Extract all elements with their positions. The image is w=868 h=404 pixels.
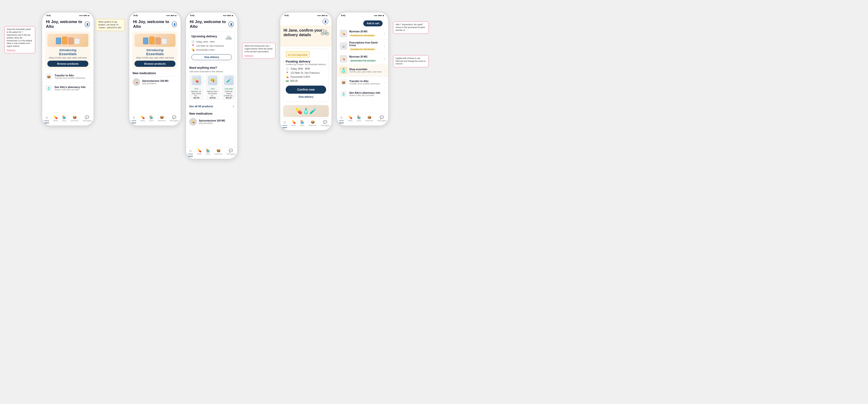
shop-chevron: › [384, 69, 385, 72]
nav-messaging-4[interactable]: 💬 Messaging [321, 120, 330, 128]
nav-home-label-5: Home [339, 120, 344, 122]
avatar-icon-2[interactable]: 👤 [172, 22, 177, 27]
add-to-cart-btn[interactable]: Add to cart [363, 21, 382, 26]
wifi-icon-5: WiFi [378, 14, 382, 16]
annotation-1-text: Show the Essentials upsell to the patien… [7, 28, 32, 47]
nav-store-4[interactable]: 🏪 Store [300, 120, 305, 128]
nav-deliveries-2[interactable]: 📦 Deliveries [158, 115, 166, 123]
annotation-3: When the homescreen has: • Urgent action… [242, 43, 275, 59]
nav-meds-1[interactable]: 💊 Meds [53, 115, 58, 123]
nav-store-label-4: Store [300, 124, 305, 127]
nav-messaging-3[interactable]: 💬 Messaging [227, 148, 235, 157]
nav-deliveries-3[interactable]: 📦 Deliveries [215, 148, 222, 157]
pin-icon-4: 📍 [286, 72, 288, 74]
battery-icon: ■ [88, 14, 89, 16]
avatar-icon-1[interactable]: 👤 [85, 22, 90, 27]
nav-home-3[interactable]: ⌂ Home [188, 148, 193, 157]
pending-title: Pending delivery [286, 60, 326, 63]
avatar-icon-3[interactable]: 👤 [228, 22, 234, 27]
nav-deliveries-1[interactable]: 📦 Deliveries [71, 115, 79, 123]
tylenol-badge: 24 ct [210, 88, 215, 90]
shop-essentials-item[interactable]: 🧴 Shop essentials COVID care, pain relie… [337, 65, 388, 76]
signal-icon-3: ●●● [223, 14, 227, 16]
annotation-3-ref[interactable]: Reference [245, 54, 273, 57]
med-card-3: 💊 Spironolactone 100 MG long description [186, 116, 237, 127]
med-item-david[interactable]: 🔬 Prescriptions from David Cross PHARMAC… [337, 39, 388, 53]
med-sub-2: long description [142, 82, 177, 85]
product-ongo[interactable]: 🧪 1 per order On/Go At-Home COVID-19... … [222, 74, 236, 100]
store-nav-icon-3: 🏪 [206, 148, 210, 153]
annotation-2-text: When upsell is in top position, use stri… [98, 21, 122, 29]
nav-home-1[interactable]: ⌂ Home [44, 115, 49, 123]
status-icons-3: ●●● WiFi ■ [223, 14, 233, 16]
med-item-myorisan-1[interactable]: 💊 Myorisan 20 MG PHARMACIST REVIEWING ∨ [337, 28, 388, 39]
action-badge: ACTION REQUIRED [286, 51, 310, 58]
annotation-1-ref[interactable]: Reference [7, 49, 33, 52]
pending-sub: Confirm by 5:00pm, for scheduled deliver… [286, 63, 326, 66]
view-delivery-btn-3[interactable]: View delivery [191, 54, 232, 60]
med-item-myorisan-2[interactable]: 💊 Myorisan 20 MG SEARCHING FOR SAVINGS ∨ [337, 53, 388, 65]
browse-products-btn-1[interactable]: Browse products [48, 61, 88, 67]
pill-icon-4: 💊 [286, 76, 288, 78]
products-row-3: 💊 20 ct Mucinex, 12-Hour Chest Co... $21… [186, 74, 237, 102]
pharmacy-icon-5: 🧴 [340, 91, 347, 97]
nav-meds-5[interactable]: 💊 Meds [348, 115, 352, 123]
browse-products-btn-2[interactable]: Browse products [134, 61, 176, 67]
med-status-myorisan-2: SEARCHING FOR SAVINGS [349, 60, 377, 62]
pill-orange [62, 37, 67, 44]
status-icons-4: ●●● WiFi ■ [317, 14, 327, 16]
transfer-item-5[interactable]: 📦 Transfer to Alto Transfer from another… [337, 76, 388, 88]
chevron-pharmacy-5: › [384, 92, 385, 96]
canvas: Show the Essentials upsell to the patien… [0, 0, 868, 166]
nav-store-label-5: Store [357, 120, 361, 122]
wifi-icon-4: WiFi [321, 14, 326, 16]
nav-home-5[interactable]: ⌂ Home [339, 115, 344, 123]
product-tylenol[interactable]: 🤧 24 ct Tylenol Cold + Flu Severe D... $… [206, 74, 220, 100]
clock-icon-3: 🕐 [191, 40, 195, 43]
nav-messaging-2[interactable]: 💬 Messaging [170, 115, 179, 123]
product-pills-2 [143, 37, 167, 44]
nav-deliveries-5[interactable]: 📦 Deliveries [366, 115, 373, 123]
annotation-2: When upsell is in top position, use stri… [96, 19, 125, 31]
confirm-time: 🕐 Today, 6PM - 9PM [286, 68, 326, 70]
deliveries-nav-icon-3: 📦 [216, 148, 220, 153]
avatar-icon-4[interactable]: 👤 [322, 19, 328, 24]
pharmacy-item-5[interactable]: 🧴 See Alto's pharmacy info Share it with… [337, 88, 388, 100]
nav-meds-4[interactable]: 💊 Meds [291, 120, 296, 128]
view-delivery-link-4[interactable]: View delivery [286, 95, 326, 99]
nav-store-1[interactable]: 🏪 Store [62, 115, 66, 123]
nav-messaging-label-4: Messaging [321, 124, 330, 127]
messaging-nav-icon-1: 💬 [85, 115, 89, 119]
see-all-row-3[interactable]: See all 50 products › [186, 102, 237, 110]
nav-store-3[interactable]: 🏪 Store [206, 148, 210, 157]
messaging-nav-icon-2: 💬 [172, 115, 176, 119]
nav-store-2[interactable]: 🏪 Store [149, 115, 154, 123]
nav-messaging-label-1: Messaging [83, 120, 91, 122]
nav-messaging-5[interactable]: 💬 Messaging [378, 115, 386, 123]
battery-icon-4: ■ [326, 14, 327, 16]
nav-messaging-label-5: Messaging [378, 120, 386, 122]
pharmacy-info-item-1[interactable]: 🧴 See Alto's pharmacy info Share it with… [42, 82, 94, 94]
mucinex-name: Mucinex, 12-Hour Chest Co... [191, 90, 202, 97]
nav-meds-3[interactable]: 💊 Meds [197, 148, 202, 157]
pill-white [74, 38, 80, 44]
chevron-transfer-5: › [384, 80, 385, 84]
nav-home-2[interactable]: ⌂ Home [131, 115, 136, 123]
ongo-name: On/Go At-Home COVID-19... [223, 90, 235, 97]
transfer-item-1[interactable]: 📦 Transfer to Alto Transfer from another… [42, 71, 94, 82]
nav-messaging-1[interactable]: 💬 Messaging [83, 115, 91, 123]
med-img-2: 💊 [133, 78, 140, 86]
clock-icon-4: 🕐 [286, 68, 288, 70]
transfer-text-1: Transfer to Alto Transfer from another p… [55, 74, 87, 79]
confirm-now-btn[interactable]: Confirm now [286, 86, 326, 94]
mucinex-badge: 20 ct [194, 88, 199, 90]
bottom-nav-3: ⌂ Home 💊 Meds 🏪 Store 📦 Deliveries 💬 Mes… [186, 147, 237, 159]
nav-deliveries-label-4: Deliveries [309, 124, 317, 127]
nav-meds-2[interactable]: 💊 Meds [141, 115, 145, 123]
nav-store-5[interactable]: 🏪 Store [357, 115, 361, 123]
product-mucinex[interactable]: 💊 20 ct Mucinex, 12-Hour Chest Co... $21… [189, 74, 204, 100]
nav-deliveries-4[interactable]: 📦 Deliveries [309, 120, 317, 128]
nav-home-4[interactable]: ⌂ Home [282, 120, 287, 128]
home-nav-icon-3: ⌂ [189, 148, 191, 153]
med-img-myorisan-2: 💊 [340, 55, 347, 63]
